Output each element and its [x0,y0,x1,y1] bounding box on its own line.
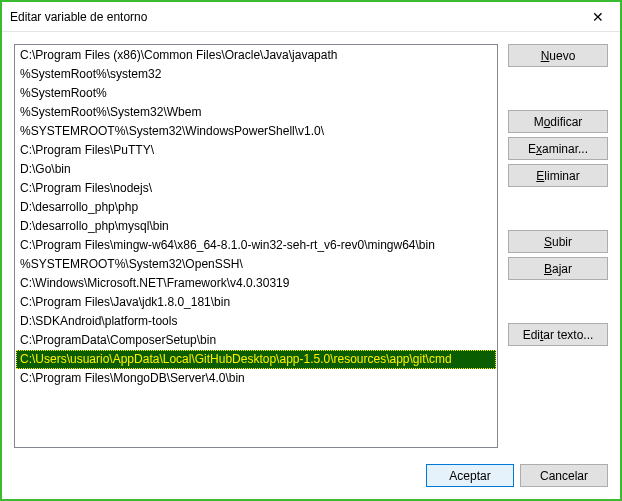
browse-button[interactable]: Examinar... [508,137,608,160]
list-item[interactable]: %SYSTEMROOT%\System32\WindowsPowerShell\… [16,122,496,141]
btn-text: ubir [552,235,572,249]
new-button[interactable]: Nuevo [508,44,608,67]
list-item[interactable]: C:\Program Files\mingw-w64\x86_64-8.1.0-… [16,236,496,255]
close-icon: ✕ [592,9,604,25]
btn-mnemonic: E [536,169,544,183]
path-listbox[interactable]: C:\Program Files (x86)\Common Files\Orac… [14,44,498,448]
list-item[interactable]: D:\desarrollo_php\php [16,198,496,217]
dialog-content: C:\Program Files (x86)\Common Files\Orac… [2,32,620,499]
list-item[interactable]: C:\Program Files\Java\jdk1.8.0_181\bin [16,293,496,312]
list-item[interactable]: %SystemRoot%\system32 [16,65,496,84]
btn-mnemonic: N [541,49,550,63]
list-item[interactable]: C:\Windows\Microsoft.NET\Framework\v4.0.… [16,274,496,293]
list-item[interactable]: C:\Program Files (x86)\Common Files\Orac… [16,46,496,65]
titlebar: Editar variable de entorno ✕ [2,2,620,32]
delete-button[interactable]: Eliminar [508,164,608,187]
spacer [508,71,608,106]
list-item[interactable]: %SystemRoot% [16,84,496,103]
cancel-button[interactable]: Cancelar [520,464,608,487]
btn-mnemonic: o [544,115,551,129]
btn-text: ajar [552,262,572,276]
list-item[interactable]: D:\SDKAndroid\platform-tools [16,312,496,331]
window-title: Editar variable de entorno [10,10,575,24]
btn-text: E [528,142,536,156]
list-item[interactable]: %SystemRoot%\System32\Wbem [16,103,496,122]
btn-text: dificar [550,115,582,129]
btn-mnemonic: S [544,235,552,249]
btn-text: ar texto... [543,328,593,342]
list-item[interactable]: C:\Program Files\MongoDB\Server\4.0\bin [16,369,496,388]
btn-text: liminar [544,169,579,183]
side-button-column: Nuevo Modificar Examinar... Eliminar Sub… [508,44,608,448]
btn-mnemonic: B [544,262,552,276]
btn-text: aminar... [542,142,588,156]
edit-text-button[interactable]: Editar texto... [508,323,608,346]
btn-text: Edi [523,328,540,342]
spacer [508,284,608,319]
main-row: C:\Program Files (x86)\Common Files\Orac… [14,44,608,448]
move-down-button[interactable]: Bajar [508,257,608,280]
list-item[interactable]: %SYSTEMROOT%\System32\OpenSSH\ [16,255,496,274]
move-up-button[interactable]: Subir [508,230,608,253]
list-item[interactable]: D:\Go\bin [16,160,496,179]
edit-button[interactable]: Modificar [508,110,608,133]
list-item[interactable]: C:\Program Files\PuTTY\ [16,141,496,160]
bottom-button-row: Aceptar Cancelar [14,448,608,487]
list-item[interactable]: C:\Users\usuario\AppData\Local\GitHubDes… [16,350,496,369]
list-item[interactable]: C:\Program Files\nodejs\ [16,179,496,198]
btn-text: M [534,115,544,129]
btn-text: uevo [549,49,575,63]
list-item[interactable]: D:\desarrollo_php\mysql\bin [16,217,496,236]
spacer [508,191,608,226]
ok-button[interactable]: Aceptar [426,464,514,487]
close-button[interactable]: ✕ [575,2,620,32]
list-item[interactable]: C:\ProgramData\ComposerSetup\bin [16,331,496,350]
